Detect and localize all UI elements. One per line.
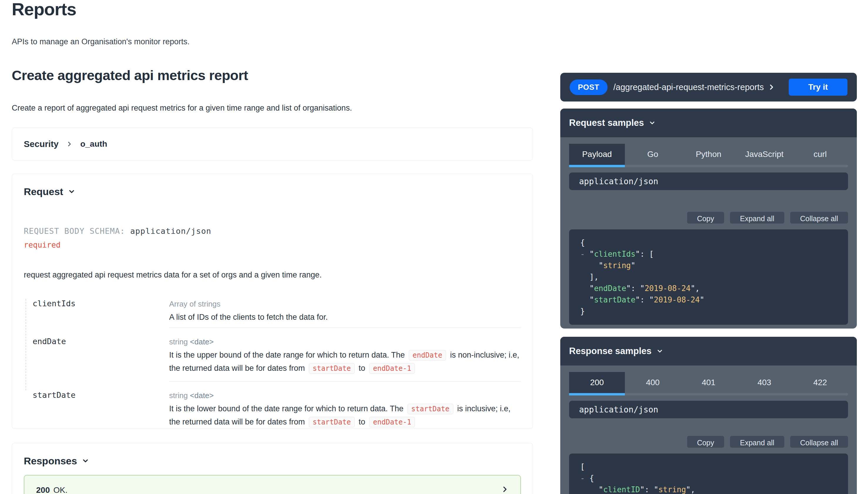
sample-tab-javascript[interactable]: JavaScript: [737, 144, 792, 167]
collapse-all-button[interactable]: Collapse all: [790, 436, 848, 448]
response-sample-code: [- { "clientID": "string",: [569, 454, 848, 494]
request-body-description: request aggregated api request metrics d…: [24, 268, 521, 281]
response-samples-toggle[interactable]: Response samples: [560, 337, 857, 365]
response-label: OK.: [53, 486, 68, 494]
tab-underline: [681, 393, 737, 395]
chevron-down-icon: [649, 119, 656, 127]
description-text: to: [357, 417, 368, 426]
tab-underline: [737, 165, 792, 167]
chevron-down-icon: [82, 457, 89, 465]
request-code-actions: CopyExpand allCollapse all: [560, 212, 857, 224]
responses-section-toggle[interactable]: Responses: [24, 454, 521, 467]
copy-button[interactable]: Copy: [687, 212, 724, 224]
json-punctuation: ": ": [635, 296, 654, 304]
page-subtitle: APIs to manage an Organisation's monitor…: [12, 36, 189, 48]
tab-underline: [792, 165, 848, 167]
tab-label: 401: [681, 372, 737, 393]
code-chip: endDate: [409, 350, 446, 361]
sample-tab-payload[interactable]: Payload: [569, 144, 625, 167]
tab-label: Python: [681, 144, 737, 165]
response-samples-heading: Response samples: [569, 346, 652, 356]
page-title: Reports: [12, 0, 76, 21]
tab-underline: [569, 165, 625, 167]
field-description: A list of IDs of the clients to fetch th…: [169, 311, 521, 324]
chevron-down-icon: [656, 348, 663, 355]
json-punctuation: ": [631, 261, 635, 270]
collapse-toggle[interactable]: -: [580, 474, 585, 482]
expand-all-button[interactable]: Expand all: [730, 212, 784, 224]
code-line: ],: [580, 271, 837, 283]
json-key: endDate: [594, 284, 626, 293]
request-section-card: Request REQUEST BODY SCHEMA: application…: [12, 174, 533, 429]
request-samples-heading: Request samples: [569, 118, 644, 128]
try-it-button[interactable]: Try it: [789, 79, 847, 96]
response-content-type-select[interactable]: application/json: [569, 401, 848, 418]
request-content-type-select[interactable]: application/json: [569, 172, 848, 190]
tab-underline: [569, 393, 625, 395]
security-scheme: o_auth: [80, 139, 107, 149]
chevron-down-icon: [68, 188, 75, 195]
response-code-actions: CopyExpand allCollapse all: [560, 436, 857, 448]
http-method-badge: POST: [569, 79, 608, 95]
chevron-right-icon: [66, 141, 73, 147]
response-200-row[interactable]: 200 OK.: [24, 475, 521, 494]
code-line: {: [580, 237, 837, 248]
json-string: string: [658, 485, 686, 494]
json-string: 2019-08-24: [645, 284, 691, 293]
response-samples-panel: Response samples 200400401403422 applica…: [560, 337, 857, 494]
responses-section-card: Responses 200 OK.: [12, 443, 533, 494]
response-content-type-value: application/json: [579, 405, 658, 415]
collapse-all-button[interactable]: Collapse all: [790, 212, 848, 224]
field-type: string <date>: [169, 391, 521, 400]
json-punctuation: ": [580, 284, 594, 293]
expand-all-button[interactable]: Expand all: [730, 436, 784, 448]
tab-label: Go: [625, 144, 681, 165]
description-text: to: [357, 364, 368, 373]
collapse-toggle[interactable]: -: [580, 250, 585, 259]
field-name: clientIds: [24, 294, 169, 328]
code-chip: startDate: [408, 404, 453, 414]
tab-label: JavaScript: [737, 144, 792, 165]
chevron-right-icon[interactable]: [768, 83, 775, 91]
sample-tab-curl[interactable]: curl: [792, 144, 848, 167]
security-panel[interactable]: Security o_auth: [12, 128, 533, 160]
field-row-clientIds: clientIdsArray of stringsA list of IDs o…: [24, 294, 521, 328]
schema-label: REQUEST BODY SCHEMA:: [24, 226, 125, 235]
field-description: It is the lower bound of the date range …: [169, 402, 521, 429]
sample-tab-401[interactable]: 401: [681, 372, 737, 395]
request-samples-toggle[interactable]: Request samples: [560, 109, 857, 137]
code-line: "endDate": "2019-08-24",: [580, 283, 837, 294]
request-fields-list: clientIdsArray of stringsA list of IDs o…: [24, 294, 521, 429]
request-samples-tabs: PayloadGoPythonJavaScriptcurl: [569, 144, 848, 167]
field-name: endDate: [24, 328, 169, 382]
sample-tab-python[interactable]: Python: [681, 144, 737, 167]
copy-button[interactable]: Copy: [687, 436, 724, 448]
tab-label: Payload: [569, 144, 625, 165]
request-section-toggle[interactable]: Request: [24, 185, 521, 198]
operation-description: Create a report of aggregated api reques…: [12, 102, 352, 114]
response-samples-tabs: 200400401403422: [569, 372, 848, 395]
json-punctuation: ",: [691, 284, 700, 293]
field-type: string <date>: [169, 337, 521, 347]
sample-tab-go[interactable]: Go: [625, 144, 681, 167]
schema-content-type: application/json: [130, 226, 211, 235]
sample-tab-422[interactable]: 422: [792, 372, 848, 395]
sample-tab-403[interactable]: 403: [737, 372, 792, 395]
code-line: [: [580, 461, 837, 473]
tab-underline: [625, 393, 681, 395]
description-text: It is the upper bound of the date range …: [169, 350, 407, 359]
json-punctuation: {: [585, 474, 594, 482]
tab-underline: [737, 393, 792, 395]
json-punctuation: }: [580, 307, 585, 316]
sample-tab-400[interactable]: 400: [625, 372, 681, 395]
json-punctuation: ": ": [626, 284, 645, 293]
json-punctuation: [: [580, 462, 585, 471]
responses-heading: Responses: [24, 454, 77, 467]
field-details: string <date>It is the lower bound of th…: [169, 382, 521, 429]
json-punctuation: ": [: [635, 250, 654, 259]
code-chip: startDate: [309, 417, 355, 428]
json-punctuation: ": [580, 261, 603, 270]
operation-title: Create aggregated api metrics report: [12, 66, 248, 84]
sample-tab-200[interactable]: 200: [569, 372, 625, 395]
tab-label: 403: [737, 372, 792, 393]
